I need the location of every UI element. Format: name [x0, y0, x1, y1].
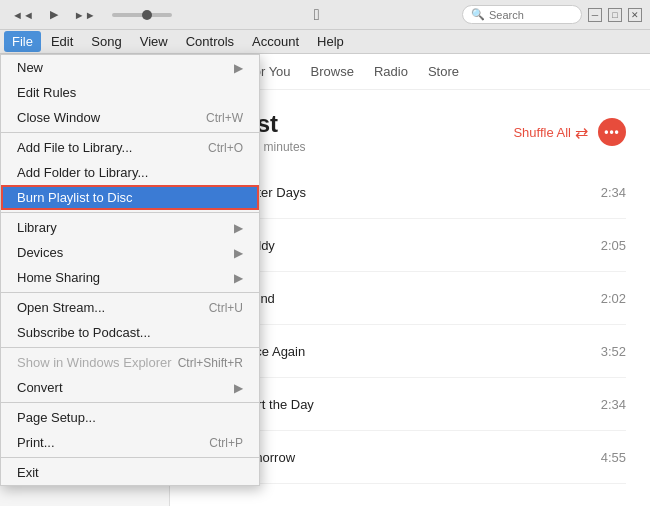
menu-item-home-sharing[interactable]: Home Sharing ▶: [1, 265, 259, 290]
menu-item-shortcut: Ctrl+U: [209, 301, 243, 315]
menu-item-help[interactable]: Help: [309, 31, 352, 52]
menu-item-shortcut: Ctrl+O: [208, 141, 243, 155]
menu-item-subscribe-podcast[interactable]: Subscribe to Podcast...: [1, 320, 259, 345]
media-controls: ◄◄ ▶ ►►: [8, 6, 172, 23]
volume-slider[interactable]: [112, 13, 172, 17]
menu-item-open-stream[interactable]: Open Stream... Ctrl+U: [1, 295, 259, 320]
forward-button[interactable]: ►►: [70, 7, 100, 23]
menu-item-show-explorer: Show in Windows Explorer Ctrl+Shift+R: [1, 350, 259, 375]
menu-item-controls[interactable]: Controls: [178, 31, 242, 52]
menu-item-label: Library: [17, 220, 57, 235]
menu-item-account[interactable]: Account: [244, 31, 307, 52]
maximize-button[interactable]: □: [608, 8, 622, 22]
menu-item-library[interactable]: Library ▶: [1, 215, 259, 240]
menu-item-shortcut: Ctrl+W: [206, 111, 243, 125]
more-button[interactable]: •••: [598, 118, 626, 146]
song-name: Once Again: [238, 344, 589, 359]
menu-item-song[interactable]: Song: [83, 31, 129, 52]
rewind-button[interactable]: ◄◄: [8, 7, 38, 23]
song-duration: 2:05: [601, 238, 626, 253]
menu-separator: [1, 212, 259, 213]
menu-item-label: Close Window: [17, 110, 100, 125]
search-input[interactable]: [489, 9, 579, 21]
menu-item-label: Add Folder to Library...: [17, 165, 148, 180]
menu-item-burn-playlist[interactable]: Burn Playlist to Disc: [1, 185, 259, 210]
song-name: Tomorrow: [238, 450, 589, 465]
menu-separator: [1, 457, 259, 458]
menu-separator: [1, 292, 259, 293]
shuffle-icon: ⇄: [575, 123, 588, 142]
menu-item-label: Print...: [17, 435, 55, 450]
menu-separator: [1, 347, 259, 348]
menu-item-view[interactable]: View: [132, 31, 176, 52]
menu-item-shortcut: Ctrl+Shift+R: [178, 356, 243, 370]
menu-item-label: Add File to Library...: [17, 140, 132, 155]
minimize-button[interactable]: ─: [588, 8, 602, 22]
menu-item-shortcut: ▶: [234, 381, 243, 395]
playlist-actions: Shuffle All ⇄ •••: [513, 118, 626, 146]
more-icon: •••: [604, 125, 620, 139]
tab-browse[interactable]: Browse: [311, 62, 354, 81]
menu-item-new[interactable]: New ▶: [1, 55, 259, 80]
menu-item-label: Convert: [17, 380, 63, 395]
menu-item-shortcut: Ctrl+P: [209, 436, 243, 450]
search-icon: 🔍: [471, 8, 485, 21]
menu-item-add-file[interactable]: Add File to Library... Ctrl+O: [1, 135, 259, 160]
menu-item-edit[interactable]: Edit: [43, 31, 81, 52]
menu-item-label: New: [17, 60, 43, 75]
play-button[interactable]: ▶: [46, 6, 62, 23]
menu-item-exit[interactable]: Exit: [1, 460, 259, 485]
menu-item-edit-rules[interactable]: Edit Rules: [1, 80, 259, 105]
search-box[interactable]: 🔍: [462, 5, 582, 24]
menu-bar: File Edit Song View Controls Account Hel…: [0, 30, 650, 54]
song-name: Buddy: [238, 238, 589, 253]
tab-radio[interactable]: Radio: [374, 62, 408, 81]
apple-logo-icon: : [314, 6, 320, 24]
menu-separator: [1, 402, 259, 403]
title-bar-right: 🔍 ─ □ ✕: [462, 5, 642, 24]
song-duration: 2:34: [601, 185, 626, 200]
menu-item-convert[interactable]: Convert ▶: [1, 375, 259, 400]
slider-thumb: [142, 10, 152, 20]
menu-item-label: Page Setup...: [17, 410, 96, 425]
menu-item-devices[interactable]: Devices ▶: [1, 240, 259, 265]
menu-item-label: Edit Rules: [17, 85, 76, 100]
menu-item-page-setup[interactable]: Page Setup...: [1, 405, 259, 430]
menu-item-close-window[interactable]: Close Window Ctrl+W: [1, 105, 259, 130]
menu-item-shortcut: ▶: [234, 246, 243, 260]
menu-item-shortcut: ▶: [234, 271, 243, 285]
song-duration: 3:52: [601, 344, 626, 359]
menu-item-label: Subscribe to Podcast...: [17, 325, 151, 340]
menu-item-file[interactable]: File: [4, 31, 41, 52]
menu-item-shortcut: ▶: [234, 221, 243, 235]
title-bar: ◄◄ ▶ ►►  🔍 ─ □ ✕: [0, 0, 650, 30]
song-name: Start the Day: [238, 397, 589, 412]
menu-item-label: Show in Windows Explorer: [17, 355, 172, 370]
menu-separator: [1, 132, 259, 133]
file-dropdown-menu: New ▶ Edit Rules Close Window Ctrl+W Add…: [0, 54, 260, 486]
song-duration: 2:02: [601, 291, 626, 306]
menu-item-shortcut: ▶: [234, 61, 243, 75]
shuffle-button[interactable]: Shuffle All ⇄: [513, 123, 588, 142]
song-duration: 2:34: [601, 397, 626, 412]
song-name: Friend: [238, 291, 589, 306]
menu-item-print[interactable]: Print... Ctrl+P: [1, 430, 259, 455]
tab-store[interactable]: Store: [428, 62, 459, 81]
menu-item-add-folder[interactable]: Add Folder to Library...: [1, 160, 259, 185]
title-bar-center: : [314, 6, 320, 24]
menu-item-label: Exit: [17, 465, 39, 480]
menu-item-label: Open Stream...: [17, 300, 105, 315]
shuffle-label: Shuffle All: [513, 125, 571, 140]
menu-item-label: Burn Playlist to Disc: [17, 190, 133, 205]
song-duration: 4:55: [601, 450, 626, 465]
song-name: Better Days: [238, 185, 589, 200]
close-button[interactable]: ✕: [628, 8, 642, 22]
menu-item-label: Devices: [17, 245, 63, 260]
menu-item-label: Home Sharing: [17, 270, 100, 285]
